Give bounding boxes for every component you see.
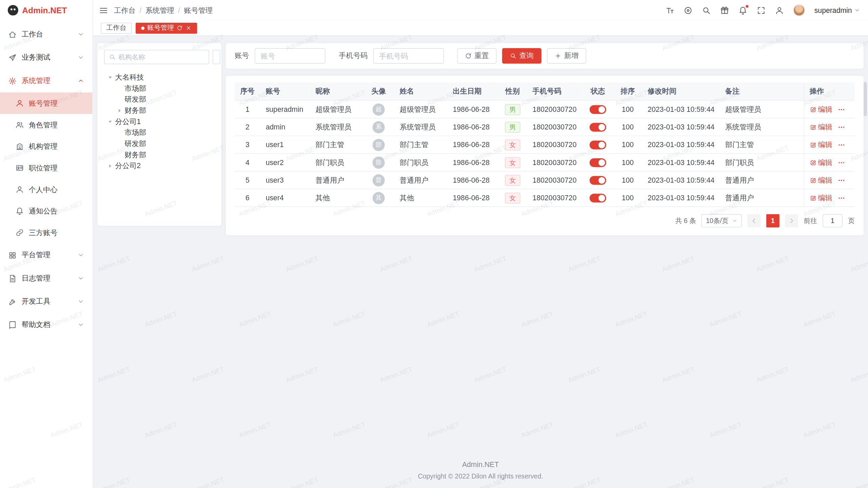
prev-page-button[interactable]: [747, 214, 761, 227]
status-toggle[interactable]: [590, 194, 606, 202]
tab-refresh-icon[interactable]: [177, 25, 183, 31]
status-toggle[interactable]: [590, 105, 606, 114]
tab[interactable]: 工作台: [101, 22, 132, 34]
status-toggle[interactable]: [590, 176, 606, 185]
breadcrumb-item[interactable]: 工作台: [114, 5, 136, 15]
more-actions-button[interactable]: [837, 176, 845, 184]
column-header: 备注: [719, 82, 804, 100]
notification-bell-icon[interactable]: [738, 6, 747, 15]
page-number-current[interactable]: 1: [766, 214, 780, 227]
caret-right-icon[interactable]: [117, 108, 122, 113]
tab[interactable]: 账号管理: [136, 22, 197, 34]
status-toggle[interactable]: [590, 140, 606, 149]
theme-icon[interactable]: [684, 6, 692, 15]
tab-bar: 工作台账号管理: [93, 20, 868, 36]
tree-node[interactable]: 财务部: [104, 105, 215, 116]
more-actions-button[interactable]: [837, 123, 845, 131]
app-logo[interactable]: Admin.NET: [0, 0, 93, 20]
status-toggle[interactable]: [590, 123, 606, 131]
tree-more-button[interactable]: [213, 50, 220, 64]
user-avatar[interactable]: [793, 4, 805, 16]
tree-node[interactable]: 大名科技: [104, 72, 215, 83]
more-actions-button[interactable]: [837, 141, 845, 149]
more-actions-button[interactable]: [837, 105, 845, 113]
sidebar-subitem[interactable]: 角色管理: [0, 114, 93, 136]
more-actions-button[interactable]: [837, 159, 845, 166]
sidebar-item[interactable]: 系统管理: [0, 69, 93, 93]
phone-input[interactable]: [373, 48, 444, 64]
sidebar-subitem-label: 账号管理: [29, 98, 58, 108]
reset-button[interactable]: 重置: [457, 48, 497, 64]
goto-page-input[interactable]: [823, 214, 843, 227]
edit-button[interactable]: 编辑: [810, 175, 832, 185]
sidebar-item[interactable]: 帮助文档: [0, 313, 93, 337]
idcard-icon: [16, 164, 24, 172]
page-size-select[interactable]: 10条/页: [702, 214, 742, 227]
cell-avatar: 部: [363, 154, 394, 171]
tab-close-icon[interactable]: [185, 25, 192, 31]
sidebar-item[interactable]: 工作台: [0, 23, 93, 46]
next-page-button[interactable]: [785, 214, 798, 227]
fullscreen-icon[interactable]: [757, 6, 766, 15]
tree-node[interactable]: 财务部: [104, 149, 215, 161]
sidebar-subitem[interactable]: 机构管理: [0, 136, 93, 157]
breadcrumb-item[interactable]: 账号管理: [184, 5, 213, 15]
sidebar-item[interactable]: 业务测试: [0, 46, 93, 69]
sidebar-subitem[interactable]: 职位管理: [0, 157, 93, 179]
sidebar-item[interactable]: 开发工具: [0, 290, 93, 313]
edit-button[interactable]: 编辑: [810, 157, 832, 167]
cell-modified: 2023-01-03 10:59:44: [642, 154, 720, 171]
tree-node[interactable]: 分公司1: [104, 116, 215, 127]
column-header: 排序: [613, 82, 642, 100]
search-button[interactable]: 查询: [502, 48, 541, 64]
sidebar-subitem[interactable]: 通知公告: [0, 200, 93, 222]
cell-gender: 女: [498, 189, 527, 207]
edit-label: 编辑: [818, 140, 832, 149]
edit-button[interactable]: 编辑: [810, 193, 832, 203]
tree-node[interactable]: 市场部: [104, 83, 215, 94]
org-search-input[interactable]: [118, 53, 204, 61]
add-button[interactable]: 新增: [547, 48, 586, 64]
edit-button[interactable]: 编辑: [810, 104, 832, 114]
caret-right-icon[interactable]: [107, 163, 113, 169]
chevron-down-icon: [78, 322, 84, 328]
cell-birthday: 1986-06-28: [447, 154, 498, 171]
tree-node[interactable]: 市场部: [104, 127, 215, 139]
cell-status: [583, 189, 613, 207]
wrench-icon: [8, 298, 16, 306]
cell-order: 100: [613, 171, 642, 189]
caret-down-icon[interactable]: [107, 75, 113, 80]
sidebar-item[interactable]: 日志管理: [0, 267, 93, 290]
more-actions-button[interactable]: [837, 194, 845, 202]
font-size-icon[interactable]: [666, 6, 674, 15]
account-input[interactable]: [255, 48, 326, 64]
edit-button[interactable]: 编辑: [810, 122, 832, 132]
breadcrumb-separator: /: [178, 6, 180, 14]
tree-node[interactable]: 研发部: [104, 138, 215, 149]
accounts-table-panel: 序号账号昵称头像姓名出生日期性别手机号码状态排序修改时间备注操作 1supera…: [226, 76, 864, 235]
scrollbar-thumb[interactable]: [864, 82, 867, 116]
profile-icon[interactable]: [775, 6, 784, 15]
sidebar-subitem[interactable]: 三方账号: [0, 222, 93, 244]
sidebar-subitem[interactable]: 账号管理: [0, 93, 93, 114]
table-row: 4user2部门职员部部门职员1986-06-28女18020030720100…: [235, 154, 855, 171]
cell-name: 超级管理员: [394, 100, 447, 118]
hamburger-menu-icon[interactable]: [99, 6, 108, 15]
status-toggle[interactable]: [590, 158, 606, 167]
tree-node[interactable]: 分公司2: [104, 160, 215, 171]
footer-title: Admin.NET: [93, 460, 868, 468]
sidebar-subitem[interactable]: 个人中心: [0, 179, 93, 200]
tree-node[interactable]: 研发部: [104, 94, 215, 105]
caret-down-icon[interactable]: [107, 119, 113, 124]
cell-order: 100: [613, 189, 642, 207]
edit-button[interactable]: 编辑: [810, 140, 832, 149]
breadcrumb-separator: /: [139, 6, 141, 14]
user-menu[interactable]: superadmin: [814, 6, 860, 14]
row-avatar: 其: [373, 192, 385, 204]
search-icon[interactable]: [702, 6, 711, 15]
breadcrumb-item[interactable]: 系统管理: [145, 5, 174, 15]
cell-order: 100: [613, 136, 642, 154]
cell-index: 6: [235, 189, 260, 207]
sidebar-item[interactable]: 平台管理: [0, 243, 93, 267]
gift-icon[interactable]: [720, 6, 729, 15]
